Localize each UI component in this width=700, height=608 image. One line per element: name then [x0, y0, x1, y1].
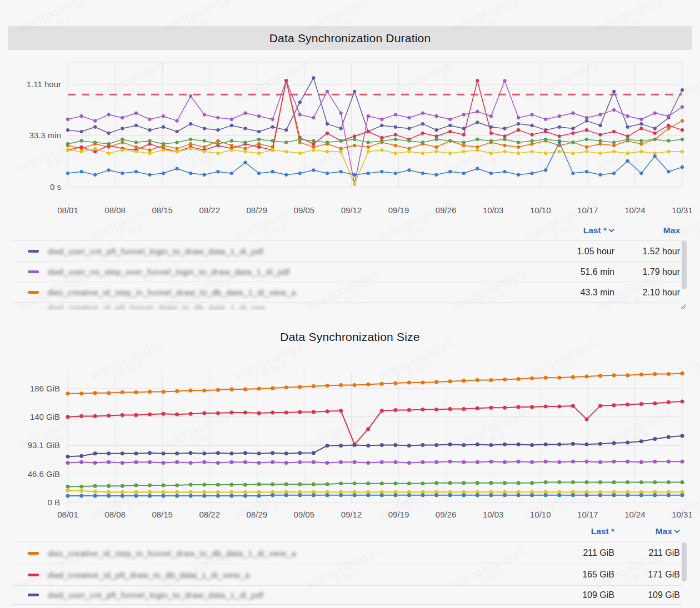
chart-duration: 08/0108/0808/1508/2208/2909/0509/1209/19… — [27, 62, 693, 215]
svg-text:10/31: 10/31 — [672, 510, 693, 519]
size-blue — [66, 493, 684, 498]
svg-text:33.3 min: 33.3 min — [29, 130, 61, 140]
svg-text:93.1 GiB: 93.1 GiB — [28, 440, 60, 450]
svg-text:08/29: 08/29 — [247, 205, 268, 215]
series-swatch[interactable] — [28, 270, 39, 273]
series-swatch[interactable] — [28, 291, 39, 294]
svg-text:09/05: 09/05 — [294, 205, 315, 215]
size-panel-title: Data Synchronization Size — [280, 330, 419, 344]
svg-text:09/19: 09/19 — [388, 205, 409, 215]
legend-max-value: 211 GiB — [614, 548, 682, 558]
svg-text:08/15: 08/15 — [152, 205, 173, 215]
svg-text:09/26: 09/26 — [436, 510, 457, 519]
series-swatch[interactable] — [28, 574, 39, 576]
legend-last-value: 211 GiB — [531, 548, 614, 558]
legend-max-value: 1.52 hour — [614, 247, 682, 257]
series-name-redacted[interactable]: dwd_user_cnt_pft_funnel_login_to_draw_da… — [48, 590, 531, 600]
chart-size: 08/0108/0808/1508/2208/2909/0509/1209/19… — [28, 371, 693, 519]
series-name-redacted[interactable]: dwd_user_no_step_over_funnel_login_to_dr… — [48, 267, 531, 277]
series-name-redacted: dwd_creative_id_pft_funnel_draw_to_db_da… — [48, 303, 265, 310]
svg-text:140 GiB: 140 GiB — [30, 412, 60, 421]
svg-text:10/03: 10/03 — [483, 205, 504, 215]
duration-panel-titlebar[interactable]: Data Synchronization Duration — [8, 26, 692, 50]
svg-text:1.11 hour: 1.11 hour — [27, 79, 61, 89]
svg-text:09/19: 09/19 — [388, 510, 409, 519]
svg-text:08/08: 08/08 — [104, 205, 126, 215]
svg-text:08/22: 08/22 — [199, 205, 220, 215]
legend-row-clipped: dwd_creative_id_pft_funnel_draw_to_db_da… — [12, 302, 682, 310]
chevron-down-icon — [608, 228, 614, 233]
legend-row: dwd_user_cnt_pft_funnel_login_to_draw_da… — [12, 240, 682, 262]
size-purple-dark — [66, 434, 684, 458]
size-panel-titlebar[interactable]: Data Synchronization Size — [8, 325, 692, 349]
size-legend-sort-last[interactable]: Last * — [531, 526, 614, 536]
legend-row: dws_creative_id_step_in_funnel_draw_to_d… — [12, 282, 682, 303]
svg-text:10/03: 10/03 — [483, 510, 504, 519]
svg-text:10/17: 10/17 — [577, 510, 598, 519]
size-orange — [66, 371, 684, 395]
duration-legend-sort-max[interactable]: Max — [614, 225, 682, 235]
series-swatch[interactable] — [28, 250, 39, 253]
svg-text:10/24: 10/24 — [624, 510, 646, 519]
legend-row: dwd_user_cnt_pft_funnel_login_to_draw_da… — [12, 585, 682, 604]
legend-row: dwd_user_no_step_over_funnel_login_to_dr… — [12, 261, 682, 282]
legend-row: dwd_creative_id_pft_draw_to_db_data_1_di… — [12, 564, 682, 585]
svg-text:08/01: 08/01 — [57, 510, 78, 519]
duration-legend-sort-last[interactable]: Last * — [531, 225, 614, 235]
legend-max-value: 1.79 hour — [614, 267, 682, 277]
svg-text:10/17: 10/17 — [577, 205, 598, 215]
svg-text:09/12: 09/12 — [341, 510, 362, 519]
size-legend-scrollbar[interactable] — [682, 542, 687, 581]
legend-max-value: 171 GiB — [614, 570, 682, 580]
panel-bottom-divider — [12, 604, 682, 605]
svg-text:09/26: 09/26 — [436, 205, 457, 215]
svg-text:10/10: 10/10 — [530, 205, 551, 215]
series-swatch[interactable] — [28, 594, 39, 596]
size-red — [66, 400, 684, 446]
svg-text:09/05: 09/05 — [294, 510, 315, 519]
size-green — [66, 480, 684, 489]
svg-text:08/29: 08/29 — [247, 510, 268, 519]
svg-text:186 GiB: 186 GiB — [30, 384, 60, 393]
svg-text:10/10: 10/10 — [530, 510, 551, 519]
size-yellow — [66, 489, 684, 494]
svg-text:46.6 GiB: 46.6 GiB — [28, 469, 60, 479]
svg-text:08/08: 08/08 — [104, 510, 126, 519]
series-name-redacted[interactable]: dws_creative_id_step_in_funnel_draw_to_d… — [48, 288, 531, 297]
legend-max-value: 2.10 hour — [614, 288, 682, 298]
series-name-redacted[interactable]: dws_creative_id_step_in_funnel_draw_to_d… — [48, 549, 531, 558]
duration-legend-header: Last * Max — [12, 223, 682, 238]
legend-row: dws_creative_id_step_in_funnel_draw_to_d… — [12, 542, 682, 564]
legend-last-value: 109 GiB — [531, 590, 614, 600]
chevron-down-icon — [674, 529, 680, 534]
size-legend-sort-max[interactable]: Max — [614, 526, 682, 536]
series-swatch[interactable] — [28, 552, 39, 555]
duration-purple-dark — [66, 76, 684, 135]
duration-legend-scrollbar[interactable] — [682, 240, 687, 289]
series-name-redacted[interactable]: dwd_creative_id_pft_draw_to_db_data_1_di… — [48, 570, 531, 580]
size-violet — [66, 460, 684, 465]
legend-last-value: 51.6 min — [531, 267, 614, 277]
svg-text:10/31: 10/31 — [672, 205, 693, 215]
legend-last-value: 165 GiB — [531, 570, 614, 580]
size-legend-header: Last * Max — [12, 524, 682, 539]
legend-max-value: 109 GiB — [614, 590, 682, 600]
svg-text:08/22: 08/22 — [199, 510, 220, 519]
duration-orange — [66, 79, 684, 152]
dashboard: 08/0108/0808/1508/2208/2909/0509/1209/19… — [0, 0, 700, 608]
duration-panel-resize-handle[interactable] — [680, 302, 686, 311]
svg-text:0 B: 0 B — [47, 498, 60, 507]
legend-last-value: 43.3 min — [531, 288, 614, 298]
svg-text:0 s: 0 s — [50, 182, 61, 192]
svg-text:08/01: 08/01 — [57, 205, 78, 215]
duration-panel-title: Data Synchronization Duration — [269, 32, 431, 45]
svg-text:10/24: 10/24 — [624, 205, 646, 215]
series-name-redacted[interactable]: dwd_user_cnt_pft_funnel_login_to_draw_da… — [48, 247, 531, 256]
duration-yellow — [66, 147, 684, 186]
svg-text:09/12: 09/12 — [341, 205, 362, 215]
legend-last-value: 1.05 hour — [531, 247, 614, 257]
svg-text:08/15: 08/15 — [152, 510, 173, 519]
duration-red — [66, 79, 684, 153]
